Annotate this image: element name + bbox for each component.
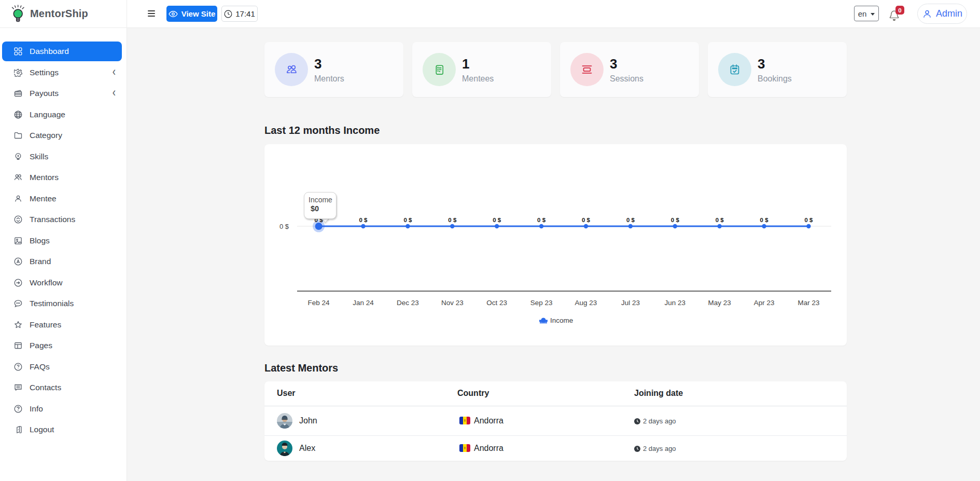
svg-text:0 $: 0 $ [626, 217, 635, 223]
svg-text:Nov 23: Nov 23 [441, 299, 464, 307]
svg-text:May 23: May 23 [708, 299, 731, 307]
svg-text:Apr 23: Apr 23 [754, 299, 775, 307]
svg-text:Aug 23: Aug 23 [575, 299, 597, 307]
svg-text:0 $: 0 $ [448, 217, 457, 223]
svg-text:0 $: 0 $ [760, 217, 769, 223]
svg-text:0 $: 0 $ [493, 217, 501, 223]
svg-text:0 $: 0 $ [671, 217, 680, 223]
svg-text:0 $: 0 $ [716, 217, 724, 223]
svg-text:Income: Income [550, 317, 573, 324]
svg-text:Oct 23: Oct 23 [486, 299, 507, 307]
svg-text:Dec 23: Dec 23 [397, 299, 419, 307]
svg-text:Jan 24: Jan 24 [353, 299, 374, 307]
svg-text:Sep 23: Sep 23 [530, 299, 553, 307]
svg-text:Mar 23: Mar 23 [797, 299, 819, 307]
svg-text:0 $: 0 $ [582, 217, 591, 223]
svg-text:Jun 23: Jun 23 [665, 299, 686, 307]
svg-text:0 $: 0 $ [805, 217, 814, 223]
svg-text:0 $: 0 $ [403, 217, 412, 223]
svg-text:Jul 23: Jul 23 [621, 299, 640, 307]
svg-text:Feb 24: Feb 24 [308, 299, 330, 307]
svg-text:0 $: 0 $ [537, 217, 546, 223]
svg-text:0 $: 0 $ [359, 217, 368, 223]
svg-text:0 $: 0 $ [279, 223, 289, 230]
